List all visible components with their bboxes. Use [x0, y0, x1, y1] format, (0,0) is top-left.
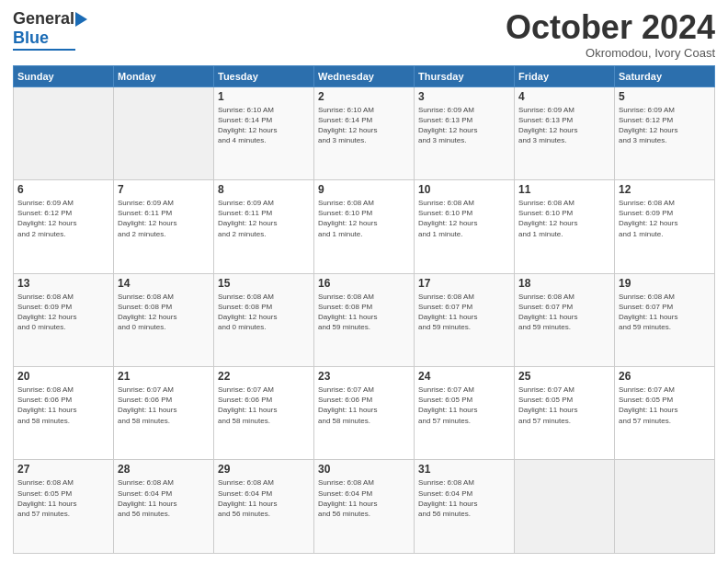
- day-number: 4: [518, 90, 610, 103]
- day-number: 7: [118, 183, 210, 196]
- calendar-cell: 18Sunrise: 6:08 AM Sunset: 6:07 PM Dayli…: [515, 273, 615, 366]
- day-info: Sunrise: 6:08 AM Sunset: 6:07 PM Dayligh…: [418, 292, 510, 333]
- weekday-header-row: SundayMondayTuesdayWednesdayThursdayFrid…: [14, 65, 715, 86]
- calendar-cell: 14Sunrise: 6:08 AM Sunset: 6:08 PM Dayli…: [114, 273, 214, 366]
- day-number: 12: [619, 183, 711, 196]
- day-number: 20: [17, 370, 109, 383]
- weekday-header-monday: Monday: [114, 65, 214, 86]
- day-number: 1: [218, 90, 310, 103]
- calendar-cell: 6Sunrise: 6:09 AM Sunset: 6:12 PM Daylig…: [14, 180, 114, 273]
- day-number: 14: [118, 277, 210, 290]
- logo: General Blue: [13, 9, 87, 51]
- calendar-cell: 22Sunrise: 6:07 AM Sunset: 6:06 PM Dayli…: [214, 367, 314, 460]
- day-number: 28: [118, 463, 210, 476]
- day-number: 29: [218, 463, 310, 476]
- day-number: 23: [318, 370, 410, 383]
- day-info: Sunrise: 6:09 AM Sunset: 6:13 PM Dayligh…: [418, 105, 510, 146]
- calendar-cell: 3Sunrise: 6:09 AM Sunset: 6:13 PM Daylig…: [415, 86, 515, 179]
- logo-blue: Blue: [13, 29, 49, 48]
- day-number: 15: [218, 277, 310, 290]
- calendar-cell: 17Sunrise: 6:08 AM Sunset: 6:07 PM Dayli…: [415, 273, 515, 366]
- calendar-cell: 11Sunrise: 6:08 AM Sunset: 6:10 PM Dayli…: [515, 180, 615, 273]
- calendar-cell: 16Sunrise: 6:08 AM Sunset: 6:08 PM Dayli…: [314, 273, 415, 366]
- day-number: 6: [17, 183, 109, 196]
- calendar-table: SundayMondayTuesdayWednesdayThursdayFrid…: [13, 65, 715, 554]
- day-info: Sunrise: 6:07 AM Sunset: 6:06 PM Dayligh…: [318, 385, 410, 426]
- day-number: 18: [518, 277, 610, 290]
- day-info: Sunrise: 6:08 AM Sunset: 6:05 PM Dayligh…: [17, 477, 109, 519]
- calendar-cell: 1Sunrise: 6:10 AM Sunset: 6:14 PM Daylig…: [214, 86, 314, 179]
- calendar-cell: 21Sunrise: 6:07 AM Sunset: 6:06 PM Dayli…: [114, 367, 214, 460]
- day-info: Sunrise: 6:08 AM Sunset: 6:04 PM Dayligh…: [418, 477, 510, 519]
- day-info: Sunrise: 6:08 AM Sunset: 6:04 PM Dayligh…: [118, 477, 210, 519]
- day-number: 17: [418, 277, 510, 290]
- calendar-cell: 27Sunrise: 6:08 AM Sunset: 6:05 PM Dayli…: [14, 460, 114, 554]
- day-info: Sunrise: 6:09 AM Sunset: 6:11 PM Dayligh…: [118, 198, 210, 239]
- calendar-cell: 2Sunrise: 6:10 AM Sunset: 6:14 PM Daylig…: [314, 86, 415, 179]
- weekday-header-saturday: Saturday: [615, 65, 715, 86]
- day-number: 9: [318, 183, 410, 196]
- calendar-cell: 23Sunrise: 6:07 AM Sunset: 6:06 PM Dayli…: [314, 367, 415, 460]
- day-info: Sunrise: 6:10 AM Sunset: 6:14 PM Dayligh…: [318, 105, 410, 146]
- calendar-cell: 29Sunrise: 6:08 AM Sunset: 6:04 PM Dayli…: [214, 460, 314, 554]
- day-number: 19: [619, 277, 711, 290]
- weekday-header-sunday: Sunday: [14, 65, 114, 86]
- calendar-cell: 13Sunrise: 6:08 AM Sunset: 6:09 PM Dayli…: [14, 273, 114, 366]
- calendar-cell: 19Sunrise: 6:08 AM Sunset: 6:07 PM Dayli…: [615, 273, 715, 366]
- calendar-cell: 28Sunrise: 6:08 AM Sunset: 6:04 PM Dayli…: [114, 460, 214, 554]
- day-info: Sunrise: 6:08 AM Sunset: 6:10 PM Dayligh…: [418, 198, 510, 239]
- calendar-week-1: 1Sunrise: 6:10 AM Sunset: 6:14 PM Daylig…: [14, 86, 715, 179]
- day-number: 24: [418, 370, 510, 383]
- calendar-week-2: 6Sunrise: 6:09 AM Sunset: 6:12 PM Daylig…: [14, 180, 715, 273]
- day-info: Sunrise: 6:08 AM Sunset: 6:10 PM Dayligh…: [318, 198, 410, 239]
- day-info: Sunrise: 6:07 AM Sunset: 6:06 PM Dayligh…: [118, 385, 210, 426]
- calendar-week-3: 13Sunrise: 6:08 AM Sunset: 6:09 PM Dayli…: [14, 273, 715, 366]
- day-info: Sunrise: 6:08 AM Sunset: 6:08 PM Dayligh…: [118, 292, 210, 333]
- calendar-cell: 4Sunrise: 6:09 AM Sunset: 6:13 PM Daylig…: [515, 86, 615, 179]
- day-number: 16: [318, 277, 410, 290]
- weekday-header-wednesday: Wednesday: [314, 65, 415, 86]
- day-number: 22: [218, 370, 310, 383]
- month-title: October 2024: [506, 9, 715, 46]
- calendar-cell: 5Sunrise: 6:09 AM Sunset: 6:12 PM Daylig…: [615, 86, 715, 179]
- calendar-cell: 15Sunrise: 6:08 AM Sunset: 6:08 PM Dayli…: [214, 273, 314, 366]
- day-number: 25: [518, 370, 610, 383]
- location-title: Okromodou, Ivory Coast: [506, 46, 715, 60]
- day-info: Sunrise: 6:08 AM Sunset: 6:07 PM Dayligh…: [518, 292, 610, 333]
- day-info: Sunrise: 6:09 AM Sunset: 6:13 PM Dayligh…: [518, 105, 610, 146]
- weekday-header-tuesday: Tuesday: [214, 65, 314, 86]
- calendar-cell: [615, 460, 715, 554]
- day-info: Sunrise: 6:08 AM Sunset: 6:04 PM Dayligh…: [218, 477, 310, 519]
- title-section: October 2024 Okromodou, Ivory Coast: [506, 9, 715, 60]
- day-number: 26: [619, 370, 711, 383]
- calendar-cell: 26Sunrise: 6:07 AM Sunset: 6:05 PM Dayli…: [615, 367, 715, 460]
- calendar-cell: 24Sunrise: 6:07 AM Sunset: 6:05 PM Dayli…: [415, 367, 515, 460]
- day-info: Sunrise: 6:08 AM Sunset: 6:08 PM Dayligh…: [318, 292, 410, 333]
- day-number: 3: [418, 90, 510, 103]
- page: General Blue October 2024 Okromodou, Ivo…: [0, 0, 728, 563]
- day-number: 2: [318, 90, 410, 103]
- day-info: Sunrise: 6:09 AM Sunset: 6:12 PM Dayligh…: [619, 105, 711, 146]
- calendar-cell: 12Sunrise: 6:08 AM Sunset: 6:09 PM Dayli…: [615, 180, 715, 273]
- day-number: 10: [418, 183, 510, 196]
- calendar-week-4: 20Sunrise: 6:08 AM Sunset: 6:06 PM Dayli…: [14, 367, 715, 460]
- day-info: Sunrise: 6:07 AM Sunset: 6:05 PM Dayligh…: [518, 385, 610, 426]
- day-info: Sunrise: 6:07 AM Sunset: 6:05 PM Dayligh…: [418, 385, 510, 426]
- day-info: Sunrise: 6:08 AM Sunset: 6:08 PM Dayligh…: [218, 292, 310, 333]
- header: General Blue October 2024 Okromodou, Ivo…: [13, 9, 715, 60]
- day-info: Sunrise: 6:08 AM Sunset: 6:07 PM Dayligh…: [619, 292, 711, 333]
- day-number: 27: [17, 463, 109, 476]
- day-info: Sunrise: 6:08 AM Sunset: 6:04 PM Dayligh…: [318, 477, 410, 519]
- day-info: Sunrise: 6:08 AM Sunset: 6:09 PM Dayligh…: [619, 198, 711, 239]
- day-info: Sunrise: 6:09 AM Sunset: 6:11 PM Dayligh…: [218, 198, 310, 239]
- calendar-cell: 7Sunrise: 6:09 AM Sunset: 6:11 PM Daylig…: [114, 180, 214, 273]
- day-info: Sunrise: 6:07 AM Sunset: 6:05 PM Dayligh…: [619, 385, 711, 426]
- weekday-header-friday: Friday: [515, 65, 615, 86]
- day-number: 13: [17, 277, 109, 290]
- day-info: Sunrise: 6:08 AM Sunset: 6:09 PM Dayligh…: [17, 292, 109, 333]
- logo-underline: [13, 49, 75, 51]
- calendar-week-5: 27Sunrise: 6:08 AM Sunset: 6:05 PM Dayli…: [14, 460, 715, 554]
- calendar-cell: 31Sunrise: 6:08 AM Sunset: 6:04 PM Dayli…: [415, 460, 515, 554]
- calendar-cell: [114, 86, 214, 179]
- calendar-cell: 9Sunrise: 6:08 AM Sunset: 6:10 PM Daylig…: [314, 180, 415, 273]
